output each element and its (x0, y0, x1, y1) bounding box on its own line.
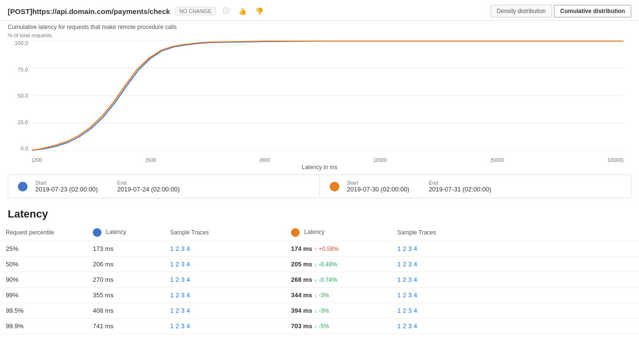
latency-table: Request percentile Latency Sample Traces… (0, 224, 639, 334)
cell-traces2: 1234 (392, 257, 639, 272)
table-row: 99.5% 408 ms 1234 394 ms ↓ -3% 1234 (0, 303, 639, 319)
cell-traces1: 1234 (164, 272, 285, 288)
trace-link2-3[interactable]: 3 (408, 322, 411, 330)
trace-link-4[interactable]: 4 (187, 261, 190, 268)
trace-link-4[interactable]: 4 (187, 245, 190, 252)
change-value: +0.58% (319, 246, 338, 252)
x-axis: |200 |500 |800 |2000 |5000 10000| (32, 157, 624, 163)
cell-traces2: 1234 (392, 241, 639, 257)
trace-link2-1[interactable]: 1 (397, 307, 401, 314)
thumbs-up-icon[interactable]: 👍 (236, 6, 248, 16)
legend-1-end-value: 2019-07-24 (02:00:00) (117, 186, 179, 193)
cell-percentile: 90% (0, 272, 87, 288)
trace-link-3[interactable]: 3 (181, 276, 184, 283)
distribution-toggle: Density distribution Cumulative distribu… (491, 5, 631, 17)
y-tick-100: 100.0 (15, 40, 28, 46)
trace-link-3[interactable]: 3 (181, 291, 184, 299)
trace-link-1[interactable]: 1 (170, 291, 174, 299)
trace-link2-2[interactable]: 2 (403, 276, 406, 283)
legend-2-end: End 2019-07-31 (02:00:00) (429, 180, 491, 193)
trace-link2-1[interactable]: 1 (397, 276, 401, 283)
y-tick-0: 0.0 (21, 146, 28, 151)
trace-link2-4[interactable]: 4 (414, 322, 417, 330)
density-distribution-button[interactable]: Density distribution (491, 5, 552, 17)
legend-2-start-label: Start (347, 180, 409, 186)
change-arrow: ↓ (314, 323, 317, 330)
trace-link-2[interactable]: 2 (175, 261, 179, 268)
trace-link2-1[interactable]: 1 (397, 261, 401, 268)
trace-link2-4[interactable]: 4 (414, 307, 417, 314)
x-tick-800: |800 (260, 157, 270, 163)
legend-1-info: Start 2019-07-23 (02:00:00) End 2019-07-… (35, 180, 180, 193)
info-icon[interactable]: ⓘ (221, 6, 232, 16)
trace-link2-3[interactable]: 3 (408, 307, 411, 314)
trace-link2-3[interactable]: 3 (408, 276, 411, 283)
legend-2-start: Start 2019-07-30 (02:00:00) (347, 180, 409, 193)
cell-traces1: 1234 (164, 257, 285, 272)
trace-link2-2[interactable]: 2 (403, 261, 406, 268)
trace-link2-2[interactable]: 2 (403, 291, 406, 299)
legend-2-info: Start 2019-07-30 (02:00:00) End 2019-07-… (347, 180, 492, 193)
latency-section-title: Latency (0, 202, 639, 224)
trace-link-2[interactable]: 2 (175, 291, 179, 299)
cell-traces1: 1234 (164, 319, 285, 334)
trace-link-1[interactable]: 1 (170, 245, 174, 252)
trace-link2-4[interactable]: 4 (414, 276, 417, 283)
trace-link2-1[interactable]: 1 (397, 245, 401, 252)
trace-link-2[interactable]: 2 (175, 307, 179, 314)
trace-link2-3[interactable]: 3 (408, 245, 411, 252)
trace-link-3[interactable]: 3 (181, 307, 184, 314)
thumbs-down-icon[interactable]: 👎 (253, 6, 265, 16)
cell-latency1: 408 ms (87, 303, 164, 319)
x-axis-label: Latency in ms (302, 164, 337, 171)
legend-1-start-value: 2019-07-23 (02:00:00) (35, 186, 98, 193)
trace-link-4[interactable]: 4 (187, 322, 190, 330)
cell-latency1: 741 ms (87, 319, 164, 334)
trace-link2-2[interactable]: 2 (403, 245, 406, 252)
trace-link2-1[interactable]: 1 (397, 322, 401, 330)
x-tick-2000: |2000 (374, 157, 387, 163)
trace-link-4[interactable]: 4 (187, 307, 190, 314)
table-header-row: Request percentile Latency Sample Traces… (0, 224, 639, 241)
trace-link2-2[interactable]: 2 (403, 322, 406, 330)
cell-latency2: 205 ms ↓ -0.49% (285, 257, 392, 272)
col-dot-orange (291, 228, 300, 237)
table-row: 90% 270 ms 1234 268 ms ↓ -0.74% 1234 (0, 272, 639, 288)
x-tick-500: |500 (146, 157, 156, 163)
y-tick-25: 25.0 (18, 119, 28, 125)
x-tick-5000: |5000 (491, 157, 504, 163)
trace-link-2[interactable]: 2 (175, 276, 179, 283)
cell-latency1: 206 ms (87, 257, 164, 272)
trace-link2-4[interactable]: 4 (414, 261, 417, 268)
trace-link-2[interactable]: 2 (175, 245, 179, 252)
trace-link-1[interactable]: 1 (170, 307, 174, 314)
trace-link-4[interactable]: 4 (187, 276, 190, 283)
trace-link2-3[interactable]: 3 (408, 291, 411, 299)
trace-link2-1[interactable]: 1 (397, 291, 401, 299)
col-header-latency1-text: Latency (106, 229, 126, 235)
legend-2-end-label: End (429, 180, 491, 186)
change-value: -0.49% (319, 261, 337, 268)
col-header-latency2: Latency (285, 224, 392, 241)
legend-container: Start 2019-07-23 (02:00:00) End 2019-07-… (8, 175, 631, 198)
legend-2-end-value: 2019-07-31 (02:00:00) (429, 186, 491, 193)
y-axis: 100.0 75.0 50.0 25.0 0.0 (8, 40, 32, 151)
trace-link-3[interactable]: 3 (181, 322, 184, 330)
legend-dot-orange (330, 182, 339, 191)
cell-latency2: 394 ms ↓ -3% (285, 303, 392, 319)
trace-link-3[interactable]: 3 (181, 261, 184, 268)
cell-percentile: 99.9% (0, 319, 87, 334)
trace-link-1[interactable]: 1 (170, 261, 174, 268)
trace-link2-2[interactable]: 2 (403, 307, 406, 314)
trace-link2-3[interactable]: 3 (408, 261, 411, 268)
legend-dot-blue (18, 182, 28, 191)
trace-link2-4[interactable]: 4 (414, 291, 417, 299)
trace-link-2[interactable]: 2 (175, 322, 179, 330)
trace-link-1[interactable]: 1 (170, 322, 174, 330)
cumulative-distribution-button[interactable]: Cumulative distribution (554, 5, 631, 17)
trace-link-4[interactable]: 4 (187, 291, 190, 299)
trace-link-1[interactable]: 1 (170, 276, 174, 283)
trace-link2-4[interactable]: 4 (414, 245, 417, 252)
trace-link-3[interactable]: 3 (181, 245, 184, 252)
table-row: 50% 206 ms 1234 205 ms ↓ -0.49% 1234 (0, 257, 639, 272)
